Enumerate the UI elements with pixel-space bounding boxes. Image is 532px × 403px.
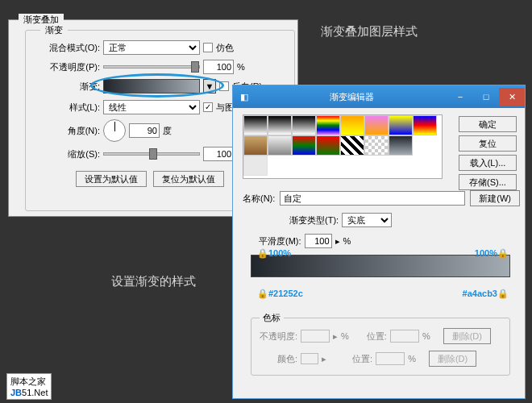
- opacity-right-lock-icon: 100%🔒: [475, 245, 509, 259]
- style-label: 样式(L):: [42, 102, 100, 114]
- color-stops-row[interactable]: [251, 277, 510, 285]
- dither-checkbox[interactable]: [203, 43, 213, 52]
- set-default-button[interactable]: 设置为默认值: [76, 171, 147, 187]
- new-button[interactable]: 新建(W): [470, 190, 520, 206]
- type-label: 渐变类型(T):: [289, 214, 339, 226]
- color-right-lock-icon: #a4acb3🔒: [463, 285, 509, 299]
- name-input[interactable]: [280, 191, 465, 206]
- percent: %: [237, 62, 245, 72]
- opacity-slider[interactable]: [103, 65, 200, 69]
- group-subtitle: 渐变: [40, 24, 68, 36]
- style-select[interactable]: 线性: [103, 100, 200, 114]
- scale-label: 缩放(S):: [42, 148, 100, 160]
- angle-input[interactable]: [129, 123, 160, 138]
- stop-pos2-label: 位置:: [352, 353, 372, 365]
- stop-pos-input[interactable]: [390, 330, 419, 343]
- stop-pos-label: 位置:: [367, 330, 387, 343]
- angle-dial[interactable]: [103, 119, 126, 142]
- save-button[interactable]: 存储(S)...: [459, 174, 517, 190]
- stops-title: 色标: [260, 312, 284, 324]
- maximize-icon[interactable]: □: [473, 88, 499, 106]
- opacity-label: 不透明度(P):: [42, 61, 100, 73]
- caption-title: 渐变叠加图层样式: [321, 24, 418, 39]
- caption-desc: 设置渐变的样式: [111, 274, 196, 289]
- opacity-left-lock-icon: 🔒100%: [257, 245, 291, 259]
- blend-label: 混合模式(O):: [42, 42, 100, 54]
- minimize-icon[interactable]: −: [447, 88, 473, 106]
- stop-opacity-label: 不透明度:: [260, 330, 297, 343]
- gradient-editor-dialog: ◧ 渐变编辑器 − □ ✕ 确定 复位 载入(L)...: [232, 85, 526, 399]
- app-icon: ◧: [233, 92, 256, 102]
- preset-grid[interactable]: [243, 114, 443, 179]
- angle-label: 角度(N):: [42, 125, 100, 137]
- blend-select[interactable]: 正常: [103, 40, 200, 55]
- percent: %: [343, 236, 351, 246]
- stop-opacity-input[interactable]: [301, 330, 330, 343]
- degree: 度: [163, 125, 172, 137]
- dither-label: 仿色: [216, 42, 234, 54]
- opacity-input[interactable]: [203, 60, 234, 74]
- delete-stop2-button[interactable]: 删除(D): [429, 351, 476, 367]
- smooth-arrow-icon[interactable]: ▸: [335, 236, 340, 247]
- window-title: 渐变编辑器: [256, 91, 447, 103]
- titlebar: ◧ 渐变编辑器 − □ ✕: [233, 85, 525, 108]
- delete-stop-button[interactable]: 删除(D): [443, 328, 491, 344]
- cancel-button[interactable]: 复位: [459, 135, 517, 152]
- highlight-ellipse: [90, 73, 224, 98]
- align-checkbox[interactable]: [203, 102, 213, 112]
- reset-default-button[interactable]: 复位为默认值: [153, 171, 224, 187]
- color-left-lock-icon: 🔒#21252c: [257, 285, 303, 299]
- close-icon[interactable]: ✕: [499, 88, 525, 106]
- stop-color-label: 颜色:: [277, 353, 297, 365]
- stop-color-swatch[interactable]: [301, 353, 318, 364]
- ok-button[interactable]: 确定: [459, 116, 517, 132]
- type-select[interactable]: 实底: [342, 213, 392, 227]
- stops-group: 色标 不透明度: ▸ % 位置: % 删除(D) 颜色: ▸ 位置: % 删除(…: [251, 318, 510, 376]
- load-button[interactable]: 载入(L)...: [459, 155, 517, 171]
- site-logo: 脚本之家 JB51.Net: [6, 373, 52, 400]
- scale-slider[interactable]: [103, 152, 200, 156]
- scale-input[interactable]: [203, 147, 234, 161]
- name-label: 名称(N):: [243, 193, 275, 205]
- stop-pos2-input[interactable]: [376, 352, 405, 365]
